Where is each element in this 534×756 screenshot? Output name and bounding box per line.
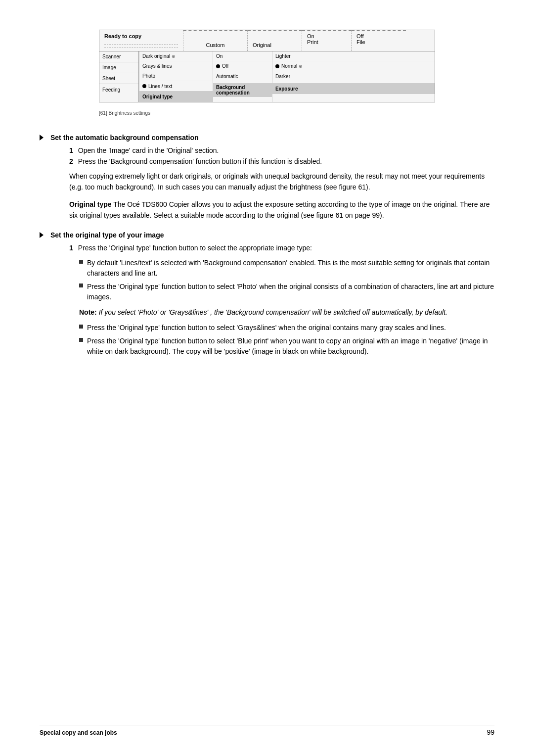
bullet4-text: Press the 'Original type' function butto… <box>87 336 494 357</box>
bullet2: Press the 'Original type' function butto… <box>79 282 494 302</box>
normal-label: Normal <box>281 63 297 69</box>
darker-row: Darker <box>272 71 435 81</box>
section2-bullets2: Press the 'Original type' function butto… <box>79 323 494 357</box>
off-file-cell: Off File <box>352 30 406 51</box>
sq-bullet2 <box>79 284 83 287</box>
sq-bullet3 <box>79 325 83 329</box>
lines-text-bullet <box>142 84 146 88</box>
bullet3-text: Press the 'Original type' function butto… <box>87 323 446 333</box>
normal-row: Normal ⊕ <box>272 61 435 71</box>
grays-lines-label: Grays & lines <box>142 63 172 69</box>
footer-label: Special copy and scan jobs <box>40 729 117 736</box>
orig-type-text: The Océ TDS600 Copier allows you to adju… <box>69 200 490 219</box>
bg-comp-header: Background compensation <box>213 83 272 97</box>
section1-title: Set the automatic background compensatio… <box>50 134 199 142</box>
sq-bullet1 <box>79 260 83 264</box>
section1-step2: 2 Press the 'Background compensation' fu… <box>69 157 494 165</box>
section2-bullets1: By default 'Lines/text' is selected with… <box>79 258 494 302</box>
original-cell: Original <box>248 30 302 51</box>
darker-label: Darker <box>275 74 290 79</box>
orig-type-header: Original type <box>139 91 213 102</box>
feeding-tab[interactable]: Feeding <box>99 84 138 95</box>
photo-row: Photo <box>139 71 213 81</box>
lighter-row: Lighter <box>272 51 435 61</box>
orig-type-col: Dark original ⊕ Grays & lines Photo Line… <box>139 51 213 102</box>
diagram-caption: [61] Brightness settings <box>99 110 435 116</box>
section1-steps: 1 Open the 'Image' card in the 'Original… <box>69 146 494 165</box>
image-tab[interactable]: Image <box>99 62 138 73</box>
bg-off-label: Off <box>222 63 228 69</box>
ready-label: Ready to copy <box>104 33 141 39</box>
section2-triangle-icon <box>40 232 44 238</box>
page-footer: Special copy and scan jobs 99 <box>40 725 494 736</box>
section2-step1: 1 Press the 'Original type' function but… <box>69 244 494 252</box>
off-label: Off <box>356 33 401 39</box>
bg-comp-header-label: Background compensation <box>216 85 269 95</box>
original-label: Original <box>253 42 297 48</box>
s2-step1-text: Press the 'Original type' function butto… <box>78 244 312 252</box>
normal-icon: ⊕ <box>299 64 303 69</box>
section2-steps: 1 Press the 'Original type' function but… <box>69 244 494 252</box>
lines-text-row: Lines / text <box>139 81 213 91</box>
orig-type-bold: Original type <box>69 200 112 208</box>
dark-original-row: Dark original ⊕ <box>139 51 213 61</box>
left-tabs: Scanner Image Sheet Feeding <box>99 51 139 102</box>
bullet1: By default 'Lines/text' is selected with… <box>79 258 494 279</box>
sheet-tab[interactable]: Sheet <box>99 73 138 84</box>
print-label: Print <box>307 39 346 45</box>
ui-diagram: Ready to copy Custom Original On Print O… <box>99 30 435 102</box>
step1-text: Open the 'Image' card in the 'Original' … <box>78 146 219 154</box>
feeding-label: Feeding <box>102 87 120 93</box>
bullet4: Press the 'Original type' function butto… <box>79 336 494 357</box>
grays-lines-row: Grays & lines <box>139 61 213 71</box>
bg-auto-row: Automatic <box>213 71 272 81</box>
dark-original-icon: ⊕ <box>172 54 176 59</box>
image-label: Image <box>102 65 116 70</box>
sheet-label: Sheet <box>102 76 115 81</box>
dark-original-label: Dark original <box>142 53 170 59</box>
exposure-header: Exposure <box>272 83 435 94</box>
section1-step1: 1 Open the 'Image' card in the 'Original… <box>69 146 494 154</box>
diagram-body: Scanner Image Sheet Feeding <box>99 51 435 102</box>
s2-step1-num: 1 <box>69 244 73 252</box>
bg-off-bullet <box>216 64 220 68</box>
bullet3: Press the 'Original type' function butto… <box>79 323 494 333</box>
bg-off-row: Off <box>213 61 272 71</box>
diagram-top-row: Ready to copy Custom Original On Print O… <box>99 30 435 51</box>
section2-title: Set the original type of your image <box>50 231 164 239</box>
exposure-col: Lighter Normal ⊕ Darker Exposure <box>272 51 435 102</box>
section1-heading: Set the automatic background compensatio… <box>40 134 494 142</box>
note-paragraph: Note: If you select 'Photo' or 'Grays&li… <box>79 307 494 318</box>
note-bold: Note: <box>79 308 97 316</box>
bullet1-text: By default 'Lines/text' is selected with… <box>87 258 494 279</box>
section1-paragraph: When copying extremely light or dark ori… <box>69 171 494 192</box>
lines-text-label: Lines / text <box>148 84 172 89</box>
bullet2-text: Press the 'Original type' function butto… <box>87 282 494 302</box>
lighter-label: Lighter <box>275 53 291 59</box>
footer-page: 99 <box>487 728 494 736</box>
step2-text: Press the 'Background compensation' func… <box>78 157 322 165</box>
file-label: File <box>356 39 401 45</box>
bg-on-label: On <box>216 53 222 59</box>
step1-num: 1 <box>69 146 73 154</box>
scanner-tab[interactable]: Scanner <box>99 51 138 62</box>
sq-bullet4 <box>79 338 83 342</box>
diagram-main: Dark original ⊕ Grays & lines Photo Line… <box>139 51 435 102</box>
bg-comp-col: On Off Automatic Background compensation <box>213 51 272 102</box>
photo-label: Photo <box>142 73 155 79</box>
note-italic: If you select 'Photo' or 'Grays&lines' ,… <box>97 308 447 316</box>
section2-heading: Set the original type of your image <box>40 231 494 239</box>
scanner-label: Scanner <box>102 54 121 59</box>
orig-type-header-label: Original type <box>142 94 173 99</box>
on-print-cell: On Print <box>302 30 352 51</box>
section1-triangle-icon <box>40 135 44 141</box>
bg-auto-label: Automatic <box>216 74 238 79</box>
section1-para-text: When copying extremely light or dark ori… <box>69 172 485 191</box>
custom-cell: Custom <box>183 30 248 51</box>
custom-label: Custom <box>188 42 242 48</box>
exposure-header-label: Exposure <box>275 86 298 92</box>
step2-num: 2 <box>69 157 73 165</box>
on-label: On <box>307 33 346 39</box>
orig-type-paragraph: Original type The Océ TDS600 Copier allo… <box>69 199 494 221</box>
page-container: Ready to copy Custom Original On Print O… <box>0 0 534 756</box>
